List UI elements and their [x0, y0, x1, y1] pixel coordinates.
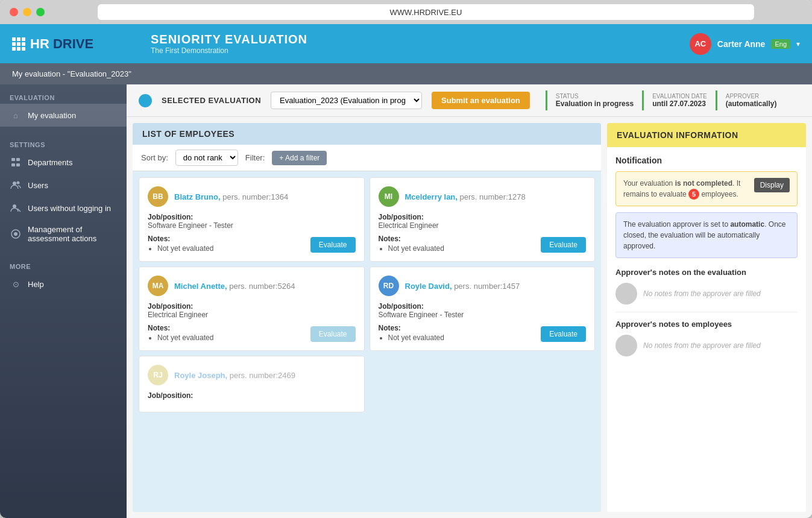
- approver-notes-title: Approver's notes on the evaluation: [615, 268, 798, 277]
- chevron-down-icon[interactable]: ▾: [796, 40, 800, 48]
- user-avatar: AC: [690, 33, 711, 55]
- emp-name[interactable]: Michel Anette, pers. number:5264: [174, 282, 295, 291]
- emp-job-value: Electrical Engineer: [148, 311, 356, 319]
- sidebar-item-label: My evaluation: [28, 111, 76, 120]
- svg-rect-1: [16, 158, 20, 161]
- emp-job-label: Job/position:: [148, 302, 193, 311]
- employees-list: BB Blatz Bruno, pers. number:1364 Job/po…: [133, 171, 601, 512]
- emp-header: RD Royle David, pers. number:1457: [379, 276, 587, 296]
- separator: [615, 312, 798, 312]
- svg-rect-0: [11, 158, 15, 161]
- emp-name[interactable]: Royle David, pers. number:1457: [405, 282, 520, 291]
- auto-approval-box: The evaluation approver is set to automa…: [615, 212, 798, 258]
- management-icon: [10, 228, 22, 240]
- table-row: BB Blatz Bruno, pers. number:1364 Job/po…: [139, 177, 365, 262]
- sidebar-item-management[interactable]: Management of assessment actions: [0, 220, 127, 248]
- sidebar-item-my-evaluation[interactable]: ⌂ My evaluation: [0, 104, 127, 127]
- table-row: MI Mcelderry Ian, pers. number:1278 Job/…: [370, 177, 596, 262]
- minimize-btn[interactable]: [23, 8, 31, 16]
- sidebar-item-users-no-login[interactable]: Users without logging in: [0, 197, 127, 220]
- emp-job-field: Job/position: Software Engineer - Tester: [379, 302, 587, 319]
- emp-notes-row: Notes: Not yet evaluated Evaluate: [148, 235, 356, 253]
- sidebar-item-help[interactable]: ⊙ Help: [0, 273, 127, 295]
- emp-job-value: Software Engineer - Tester: [148, 221, 356, 230]
- notif-text-3: employees.: [699, 190, 738, 198]
- emp-job-value: Software Engineer - Tester: [379, 311, 587, 319]
- submit-evaluation-button[interactable]: Submit an evaluation: [432, 92, 530, 109]
- main-layout: EVALUATION ⌂ My evaluation SETTINGS: [0, 84, 812, 518]
- main-content: LIST OF EMPLOYEES Sort by: do not rank F…: [127, 117, 812, 518]
- emp-notes-row: Notes: Not yet evaluated Evaluate: [148, 324, 356, 342]
- notif-text-1: Your evaluation: [623, 179, 675, 188]
- lang-badge[interactable]: Eng: [771, 39, 790, 49]
- approver-note-employees-text: No notes from the approver are filled: [643, 341, 761, 350]
- sort-select[interactable]: do not rank: [175, 150, 238, 166]
- notes-label: Notes:: [379, 235, 401, 243]
- logo-text: HR DRIVE: [30, 36, 93, 52]
- header-title-area: SENIORITY EVALUATION The First Demonstra…: [139, 33, 690, 55]
- status-block: STATUS Evaluation in progress: [546, 90, 642, 110]
- sidebar-item-users[interactable]: Users: [0, 174, 127, 197]
- approver-note-row: No notes from the approver are filled: [615, 283, 798, 305]
- table-row: RD Royle David, pers. number:1457 Job/po…: [370, 267, 596, 351]
- emp-notes-row: Notes: Not yet evaluated Evaluate: [379, 235, 587, 253]
- auto-text-1: The evaluation approver is set to: [623, 220, 730, 229]
- evaluate-button[interactable]: Evaluate: [541, 237, 586, 253]
- evaluate-button[interactable]: Evaluate: [310, 237, 356, 253]
- status-value: Evaluation in progress: [556, 99, 634, 108]
- display-button[interactable]: Display: [754, 178, 790, 192]
- eval-circle-icon: [139, 94, 152, 107]
- emp-job-field: Job/position: Electrical Engineer: [148, 302, 356, 319]
- sidebar-item-departments[interactable]: Departments: [0, 151, 127, 174]
- app-subtitle: The First Demonstration: [151, 46, 690, 55]
- app-title: SENIORITY EVALUATION: [151, 33, 690, 46]
- emp-notes-text: Notes: Not yet evaluated: [148, 235, 213, 253]
- url-bar[interactable]: WWW.HRDRIVE.EU: [98, 4, 754, 20]
- emp-job-label: Job/position:: [379, 302, 424, 311]
- notes-list: Not yet evaluated: [379, 333, 444, 342]
- evaluation-select[interactable]: Evaluation_2023 (Evaluation in prog: [271, 92, 422, 109]
- emp-job-field: Job/position:: [148, 391, 356, 400]
- evaluate-button[interactable]: Evaluate: [541, 326, 586, 342]
- emp-avatar: RJ: [148, 365, 168, 385]
- emp-body: Job/position: Software Engineer - Tester…: [379, 302, 587, 342]
- emp-notes-text: Notes: Not yet evaluated: [379, 324, 444, 342]
- employees-panel-title: LIST OF EMPLOYEES: [133, 123, 601, 145]
- eval-bar-label: SELECTED EVALUATION: [162, 96, 261, 105]
- emp-avatar: BB: [148, 186, 168, 207]
- list-item: Not yet evaluated: [157, 333, 213, 342]
- auto-bold: automatic: [730, 220, 764, 229]
- home-icon: ⌂: [10, 109, 22, 121]
- employees-toolbar: Sort by: do not rank Filter: + Add a fil…: [133, 145, 601, 171]
- maximize-btn[interactable]: [36, 8, 45, 16]
- logo-area: HR DRIVE: [12, 36, 139, 52]
- emp-header: MA Michel Anette, pers. number:5264: [148, 276, 356, 296]
- approver-notes-section: Approver's notes on the evaluation No no…: [615, 268, 798, 305]
- emp-name[interactable]: Mcelderry Ian, pers. number:1278: [405, 192, 526, 201]
- sidebar-section-eval-label: EVALUATION: [0, 89, 127, 104]
- svg-point-9: [14, 232, 17, 236]
- emp-body: Job/position: Electrical Engineer Notes:…: [379, 213, 587, 253]
- approver-block: APPROVER (automatically): [716, 90, 785, 110]
- emp-header: MI Mcelderry Ian, pers. number:1278: [379, 186, 587, 207]
- sidebar: EVALUATION ⌂ My evaluation SETTINGS: [0, 84, 127, 518]
- emp-name[interactable]: Blatz Bruno, pers. number:1364: [174, 192, 288, 201]
- notification-text: Your evaluation is not completed. It rem…: [623, 178, 749, 200]
- url-text: WWW.HRDRIVE.EU: [390, 8, 462, 17]
- close-btn[interactable]: [10, 8, 18, 16]
- app-header: HR DRIVE SENIORITY EVALUATION The First …: [0, 24, 812, 63]
- help-icon: ⊙: [10, 278, 22, 290]
- sidebar-section-more: MORE ⊙ Help: [0, 253, 127, 300]
- sidebar-section-settings: SETTINGS Departments: [0, 131, 127, 253]
- emp-job-label: Job/position:: [148, 213, 193, 221]
- header-user: AC Carter Anne Eng ▾: [690, 33, 800, 55]
- notification-title: Notification: [615, 156, 798, 165]
- emp-name[interactable]: Royle Joseph, pers. number:2469: [174, 371, 295, 380]
- emp-header: BB Blatz Bruno, pers. number:1364: [148, 186, 356, 207]
- eval-date-label: EVALUATION DATE: [652, 93, 707, 99]
- add-filter-button[interactable]: + Add a filter: [272, 151, 327, 165]
- app-window: WWW.HRDRIVE.EU HR DRIVE SENIORITY EVALUA…: [0, 0, 812, 518]
- emp-job-field: Job/position: Software Engineer - Tester: [148, 213, 356, 230]
- status-label: STATUS: [556, 93, 634, 99]
- emp-notes-row: Notes: Not yet evaluated Evaluate: [379, 324, 587, 342]
